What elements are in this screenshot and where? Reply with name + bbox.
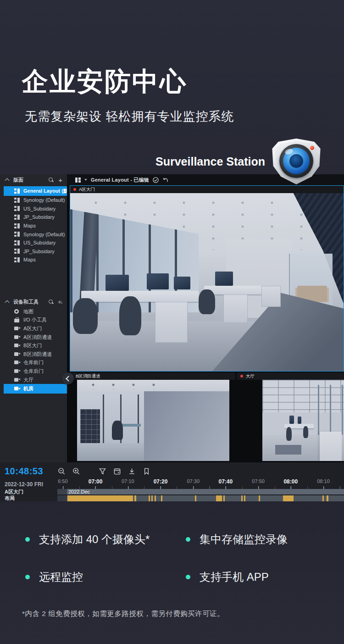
time-tick-label: 08:10 — [317, 478, 330, 484]
chevron-up-icon[interactable] — [6, 178, 9, 182]
search-icon[interactable] — [49, 300, 54, 305]
io-icon — [14, 317, 20, 322]
scene-shape — [318, 385, 344, 439]
scene-shape — [80, 409, 100, 445]
recording-segment — [244, 495, 245, 501]
device-list-item[interactable]: A区消防通道 — [0, 333, 67, 342]
scene-shape — [70, 321, 344, 371]
camera-icon — [14, 369, 20, 374]
device-list-item[interactable]: B区消防通道 — [0, 350, 67, 359]
device-list-item[interactable]: I/O 小工具 — [0, 316, 67, 325]
device-list-item[interactable]: 仓库前门 — [0, 359, 67, 367]
current-time: 10:48:53 — [5, 466, 43, 477]
scene-shape — [119, 296, 141, 335]
scene-shape — [262, 380, 344, 412]
layout-list-item[interactable]: Synology (Default) — [0, 230, 67, 239]
scene-shape — [320, 432, 342, 461]
sidebar-collapse-button[interactable] — [62, 372, 74, 384]
scene-shape — [226, 239, 292, 318]
camera-tile-bottom-left[interactable]: B区消防通道 — [67, 372, 235, 461]
recording-segment — [195, 495, 196, 501]
scene-shape — [70, 209, 199, 312]
recording-dot-icon — [73, 188, 76, 191]
add-layout-button[interactable]: + — [58, 178, 62, 183]
chevron-up-icon[interactable] — [6, 300, 9, 304]
camera-video-feed[interactable] — [77, 380, 229, 461]
scene-shape — [289, 416, 294, 424]
scene-shape — [77, 391, 144, 443]
zoom-in-icon[interactable] — [72, 467, 80, 475]
timeline-row-layout: 布局 — [0, 495, 344, 502]
corridor-scene — [77, 380, 229, 461]
timeline-track[interactable] — [57, 495, 344, 501]
save-check-icon[interactable] — [153, 177, 159, 183]
scene-shape — [284, 424, 314, 429]
timeline-track[interactable]: 2022.Dec — [57, 489, 344, 494]
scene-shape — [215, 272, 233, 286]
timeline-ruler[interactable]: 6:5007:0007:1007:2007:3007:4007:5008:000… — [57, 477, 344, 489]
scene-shape — [70, 193, 344, 272]
devices-section-header[interactable]: 设备和工具 ≡↓ — [0, 296, 67, 307]
device-list-item[interactable]: A区大门 — [0, 324, 67, 333]
camera-name: A区大门 — [79, 187, 95, 193]
time-tick-label: 07:20 — [154, 478, 168, 485]
recording-dot-icon — [240, 375, 243, 378]
surveillance-app-window: General Layout - 已编辑 版面 + Gen — [0, 174, 344, 501]
camera-lens-core — [289, 154, 303, 168]
layout-list-item[interactable]: Maps — [0, 255, 67, 264]
scene-shape — [81, 197, 327, 250]
device-list-item[interactable]: 地图 — [0, 307, 67, 316]
layout-icon — [14, 249, 20, 254]
layout-grid-icon[interactable] — [75, 178, 81, 183]
bullet-dot-icon — [186, 537, 190, 542]
scene-shape — [297, 286, 327, 302]
page-subtitle: 无需复杂架设 轻松拥有专业监控系统 — [25, 108, 234, 125]
camera-video-feed[interactable] — [262, 380, 344, 461]
timeline-toolbar — [58, 467, 150, 475]
device-list-item[interactable]: 仓库后门 — [0, 367, 67, 376]
recording-segment — [223, 495, 225, 501]
camera-tile-main[interactable]: A区大门 — [70, 185, 344, 372]
layouts-section-header[interactable]: 版面 + — [0, 174, 67, 185]
device-list-item[interactable]: 大厅 — [0, 376, 67, 384]
scene-shape — [262, 435, 344, 461]
record-led — [310, 146, 314, 150]
layout-list-item[interactable]: Synology (Default) — [0, 196, 67, 205]
timeline-panel: 10:48:53 2022-12-30 FRI — [0, 462, 344, 501]
layout-list-item[interactable]: Maps — [0, 222, 67, 230]
layout-list-item[interactable]: JP_Subsidary — [0, 247, 67, 256]
layout-list-item[interactable]: US_Subsidary — [0, 205, 67, 213]
undo-icon[interactable] — [162, 177, 168, 183]
month-badge: 2022.Dec — [68, 489, 90, 495]
device-list-item[interactable]: 机房 — [4, 384, 67, 394]
layout-icon — [14, 206, 20, 211]
camera-video-feed[interactable] — [70, 193, 344, 371]
sort-icon[interactable]: ≡↓ — [58, 300, 62, 305]
layout-list-item[interactable]: JP_Subsidary — [0, 213, 67, 222]
layout-list-item[interactable]: General Layout (默认) — [4, 186, 67, 196]
filter-icon[interactable] — [99, 467, 106, 475]
scene-shape — [81, 291, 199, 301]
search-icon[interactable] — [49, 178, 54, 183]
camera-icon — [14, 360, 20, 365]
scene-shape — [204, 286, 261, 294]
feature-item: 支持添加 40 个摄像头* — [25, 532, 186, 547]
bullet-dot-icon — [25, 575, 30, 579]
map-icon — [14, 309, 20, 314]
camera-tile-header: A区大门 — [70, 186, 344, 193]
current-layout-title: General Layout - 已编辑 — [91, 177, 149, 183]
camera-tile-bottom-right[interactable]: 大厅 — [237, 372, 344, 461]
camera-name: 大厅 — [246, 373, 255, 379]
recording-segment — [134, 495, 136, 501]
zoom-out-icon[interactable] — [58, 467, 66, 475]
brand-name: Surveillance Station — [0, 155, 265, 168]
device-list-item[interactable]: B区大门 — [0, 341, 67, 350]
bookmark-icon[interactable] — [143, 467, 150, 475]
download-icon[interactable] — [128, 467, 136, 475]
recording-segment — [67, 495, 133, 501]
recording-segment — [259, 495, 260, 501]
chevron-down-icon[interactable] — [84, 179, 87, 181]
scene-shape — [303, 426, 308, 439]
calendar-icon[interactable] — [113, 467, 121, 475]
layout-list-item[interactable]: US_Subsidary — [0, 239, 67, 247]
